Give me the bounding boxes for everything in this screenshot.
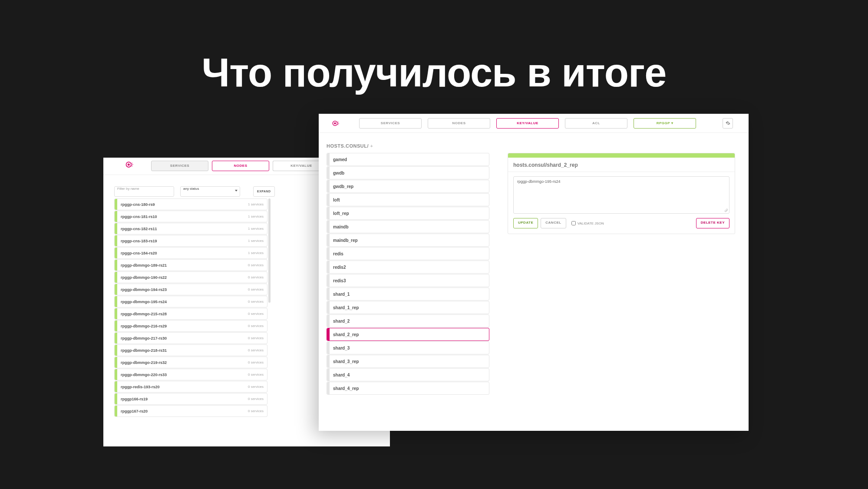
key-row[interactable]: gwdb_rep xyxy=(327,180,489,193)
node-row[interactable]: rpggp167-rs200 services xyxy=(114,405,267,417)
tab-services[interactable]: SERVICES xyxy=(359,118,422,129)
key-row[interactable]: shard_4 xyxy=(327,368,489,381)
key-row[interactable]: gwdb xyxy=(327,166,489,179)
key-row[interactable]: loft_rep xyxy=(327,207,489,220)
datacenter-select[interactable]: RPGGP ▾ xyxy=(634,118,696,129)
node-name: rpggp-cns-182-rs11 xyxy=(121,227,248,231)
node-services-count: 0 services xyxy=(248,336,264,340)
node-row[interactable]: rpggp-dbmmgo-195-rs240 services xyxy=(114,296,267,307)
svg-point-2 xyxy=(132,163,132,164)
key-row[interactable]: shard_1 xyxy=(327,287,489,301)
tab-acl[interactable]: ACL xyxy=(565,118,627,129)
status-stripe xyxy=(508,153,735,158)
tab-nodes[interactable]: NODES xyxy=(428,118,490,129)
key-name: shard_4 xyxy=(333,373,350,377)
status-stripe xyxy=(327,221,330,233)
status-stripe xyxy=(327,288,330,300)
filter-input[interactable]: Filter by name xyxy=(114,186,174,197)
gear-icon xyxy=(726,119,730,127)
key-name: gwdb_rep xyxy=(333,184,353,189)
status-stripe xyxy=(115,248,117,258)
node-row[interactable]: rpggp-dbmmgo-220-rs330 services xyxy=(114,369,267,380)
validate-json-label: VALIDATE JSON xyxy=(578,221,604,225)
node-services-count: 1 services xyxy=(248,251,264,255)
status-stripe xyxy=(327,328,330,340)
status-stripe xyxy=(327,234,330,246)
node-name: rpggp-cns-183-rs19 xyxy=(121,239,248,243)
node-name: rpggp166-rs19 xyxy=(121,397,248,401)
node-row[interactable]: rpggp-dbmmgo-190-rs220 services xyxy=(114,271,267,283)
status-stripe xyxy=(327,180,330,192)
scrollbar[interactable] xyxy=(268,198,271,303)
key-row[interactable]: redis3 xyxy=(327,274,489,287)
validate-json-checkbox[interactable] xyxy=(571,221,576,225)
key-row[interactable]: maindb_rep xyxy=(327,234,489,247)
key-row[interactable]: loft xyxy=(327,193,489,206)
node-services-count: 0 services xyxy=(248,275,264,279)
node-row[interactable]: rpggp-cns-182-rs111 services xyxy=(114,223,267,235)
tab-nodes[interactable]: NODES xyxy=(212,161,269,171)
settings-button[interactable] xyxy=(723,118,733,129)
node-name: rpggp-dbmmgo-195-rs24 xyxy=(121,300,248,304)
status-stripe xyxy=(327,194,330,206)
svg-point-8 xyxy=(338,123,339,124)
node-row[interactable]: rpggp-cns-183-rs191 services xyxy=(114,235,267,247)
node-name: rpggp-dbmmgo-219-rs32 xyxy=(121,360,248,365)
key-name: shard_1_rep xyxy=(333,305,359,310)
status-stripe xyxy=(327,261,330,273)
validate-json-toggle[interactable]: VALIDATE JSON xyxy=(571,221,604,225)
key-name: gwdb xyxy=(333,171,344,175)
key-row[interactable]: gamed xyxy=(327,153,489,166)
status-stripe xyxy=(115,369,117,380)
node-row[interactable]: rpggp-dbmmgo-216-rs290 services xyxy=(114,320,267,332)
node-row[interactable]: rpggp-cns-184-rs201 services xyxy=(114,247,267,259)
tab-services[interactable]: SERVICES xyxy=(151,161,208,171)
add-key-button[interactable]: + xyxy=(370,143,373,149)
key-name: loft xyxy=(333,198,340,202)
key-row[interactable]: shard_4_rep xyxy=(327,382,489,395)
node-row[interactable]: rpggp-dbmmgo-217-rs300 services xyxy=(114,332,267,344)
slide-title: Что получилось в итоге xyxy=(0,50,868,96)
status-select[interactable]: any status xyxy=(180,186,240,197)
node-row[interactable]: rpggp-cns-181-rs101 services xyxy=(114,211,267,222)
status-stripe xyxy=(115,333,117,344)
node-row[interactable]: rpggp-cns-180-rs91 services xyxy=(114,198,267,210)
update-button[interactable]: UPDATE xyxy=(513,218,538,228)
node-services-count: 0 services xyxy=(248,300,264,304)
node-row[interactable]: rpggp-dbmmgo-215-rs280 services xyxy=(114,308,267,320)
key-row[interactable]: shard_2 xyxy=(327,314,489,327)
node-name: rpggp-dbmmgo-220-rs33 xyxy=(121,373,248,377)
node-row[interactable]: rpggp-redis-193-rs200 services xyxy=(114,381,267,393)
front-topbar: SERVICES NODES KEY/VALUE ACL RPGGP ▾ xyxy=(319,114,749,133)
key-row[interactable]: redis xyxy=(327,247,489,260)
expand-button[interactable]: EXPAND xyxy=(253,186,275,197)
key-row[interactable]: shard_3_rep xyxy=(327,355,489,368)
status-stripe xyxy=(327,301,330,314)
node-row[interactable]: rpggp166-rs190 services xyxy=(114,393,267,405)
status-stripe xyxy=(115,320,117,331)
key-name: gamed xyxy=(333,157,347,162)
node-row[interactable]: rpggp-dbmmgo-189-rs210 services xyxy=(114,259,267,271)
node-services-count: 1 services xyxy=(248,202,264,206)
node-row[interactable]: rpggp-dbmmgo-194-rs230 services xyxy=(114,284,267,295)
status-stripe xyxy=(327,167,330,179)
status-stripe xyxy=(327,274,330,287)
key-row[interactable]: shard_3 xyxy=(327,341,489,354)
key-name: loft_rep xyxy=(333,211,349,216)
key-row[interactable]: redis2 xyxy=(327,261,489,274)
node-row[interactable]: rpggp-dbmmgo-218-rs310 services xyxy=(114,344,267,356)
value-textarea[interactable]: rpggp-dbmmgo-195-rs24 xyxy=(513,176,729,214)
svg-point-1 xyxy=(128,164,130,166)
delete-key-button[interactable]: DELETE KEY xyxy=(696,218,729,228)
cancel-button[interactable]: CANCEL xyxy=(541,218,566,228)
tab-keyvalue[interactable]: KEY/VALUE xyxy=(496,118,559,129)
key-row[interactable]: shard_1_rep xyxy=(327,301,489,314)
node-row[interactable]: rpggp-dbmmgo-219-rs320 services xyxy=(114,357,267,368)
status-stripe xyxy=(115,284,117,295)
consul-logo xyxy=(125,160,134,169)
status-stripe xyxy=(327,342,330,354)
breadcrumb[interactable]: HOSTS.CONSUL/ + xyxy=(327,143,373,149)
node-name: rpggp-redis-193-rs20 xyxy=(121,385,248,389)
key-row[interactable]: maindb xyxy=(327,220,489,233)
key-row[interactable]: shard_2_rep xyxy=(327,328,489,341)
